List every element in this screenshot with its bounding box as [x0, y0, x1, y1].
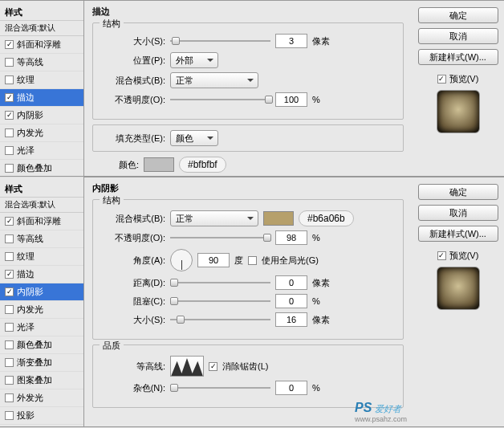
distance-input[interactable]: [275, 275, 307, 290]
style-checkbox[interactable]: [5, 305, 14, 314]
sidebar-item[interactable]: 等高线: [0, 230, 83, 248]
sidebar-item[interactable]: 颜色叠加: [0, 336, 83, 354]
preview-checkbox[interactable]: 预览(V): [437, 250, 479, 262]
blend-select[interactable]: 正常: [170, 210, 258, 226]
style-checkbox[interactable]: [5, 75, 14, 84]
angle-label: 角度(A):: [103, 255, 165, 267]
contour-picker[interactable]: [170, 356, 204, 377]
ok-button[interactable]: 确定: [418, 7, 498, 23]
sidebar-item[interactable]: 图案叠加: [0, 372, 83, 389]
blend-options[interactable]: 混合选项:默认: [0, 198, 83, 213]
position-select[interactable]: 外部: [170, 52, 218, 68]
blend-options[interactable]: 混合选项:默认: [0, 21, 83, 36]
style-checkbox[interactable]: [5, 270, 14, 279]
fill-type-select[interactable]: 颜色: [170, 130, 218, 146]
style-checkbox[interactable]: [5, 58, 14, 67]
cancel-button[interactable]: 取消: [418, 28, 498, 44]
global-light-label: 使用全局光(G): [262, 255, 319, 267]
style-checkbox[interactable]: [5, 376, 14, 385]
new-style-button[interactable]: 新建样式(W)...: [418, 49, 498, 65]
shadow-color-swatch[interactable]: [263, 211, 294, 226]
blend-select[interactable]: 正常: [170, 72, 258, 88]
size-label: 大小(S):: [103, 314, 165, 326]
style-checkbox[interactable]: [5, 111, 14, 120]
size-unit: 像素: [312, 35, 330, 47]
preview-thumb: [437, 267, 480, 310]
size-input[interactable]: [275, 312, 307, 327]
style-checkbox[interactable]: [5, 40, 14, 49]
distance-label: 距离(D):: [103, 277, 165, 289]
choke-slider[interactable]: [170, 296, 270, 306]
choke-input[interactable]: [275, 294, 307, 308]
cancel-button[interactable]: 取消: [418, 205, 498, 221]
sidebar-item-label: 图案叠加: [17, 374, 52, 386]
blend-label: 混合模式(B):: [103, 75, 165, 87]
sidebar-item[interactable]: 渐变叠加: [0, 354, 83, 372]
sidebar-item[interactable]: 内发光: [0, 301, 83, 319]
blend-label: 混合模式(B):: [103, 213, 165, 225]
sidebar-item[interactable]: 斜面和浮雕: [0, 213, 83, 230]
angle-dial[interactable]: [170, 249, 193, 271]
angle-input[interactable]: [197, 253, 230, 267]
quality-label: 品质: [100, 340, 124, 352]
sidebar-item-label: 等高线: [17, 56, 43, 68]
style-checkbox[interactable]: [5, 217, 14, 226]
sidebar-item[interactable]: 斜面和浮雕: [0, 36, 83, 54]
sidebar-head: 样式: [0, 5, 83, 21]
style-checkbox[interactable]: [5, 252, 14, 261]
style-checkbox[interactable]: [5, 340, 14, 349]
size-label: 大小(S):: [103, 35, 165, 47]
antialias-checkbox[interactable]: [209, 362, 217, 371]
new-style-button[interactable]: 新建样式(W)...: [418, 226, 498, 242]
sidebar-item[interactable]: 光泽: [0, 142, 83, 160]
opacity-input[interactable]: [275, 230, 307, 245]
sidebar-item-label: 投影: [17, 410, 35, 422]
sidebar-item[interactable]: 等高线: [0, 54, 83, 71]
size-slider[interactable]: [170, 36, 270, 46]
color-swatch[interactable]: [144, 157, 174, 172]
sidebar-item[interactable]: 纹理: [0, 71, 83, 89]
sidebar-item-label: 内发光: [17, 127, 43, 139]
size-slider[interactable]: [170, 315, 270, 324]
sidebar-item[interactable]: 光泽: [0, 319, 83, 336]
panel-title: 内阴影: [92, 181, 404, 198]
opacity-input[interactable]: [275, 92, 307, 107]
sidebar-item[interactable]: 外发光: [0, 389, 83, 407]
sidebar-item-label: 渐变叠加: [17, 357, 52, 369]
opacity-slider[interactable]: [170, 95, 270, 104]
sidebar-item[interactable]: 颜色叠加: [0, 160, 83, 177]
noise-label: 杂色(N):: [103, 382, 165, 394]
sidebar-item[interactable]: 内阴影: [0, 283, 83, 301]
sidebar-item-label: 内发光: [17, 304, 43, 316]
main-panel: 描边 结构 大小(S): 像素 位置(P): 外部 混合模式(B): 正常 不透…: [84, 1, 412, 176]
sidebar-item[interactable]: 投影: [0, 407, 83, 425]
size-input[interactable]: [275, 34, 307, 48]
preview-checkbox[interactable]: 预览(V): [437, 73, 479, 85]
opacity-unit: %: [312, 95, 320, 104]
style-checkbox[interactable]: [5, 234, 14, 243]
noise-slider[interactable]: [170, 383, 270, 393]
ok-button[interactable]: 确定: [418, 184, 498, 200]
noise-input[interactable]: [275, 381, 307, 395]
global-light-checkbox[interactable]: [248, 256, 257, 265]
sidebar-item-label: 等高线: [17, 233, 43, 245]
style-checkbox[interactable]: [5, 411, 14, 420]
sidebar-item[interactable]: 描边: [0, 89, 83, 107]
sidebar-item[interactable]: 内发光: [0, 124, 83, 142]
style-checkbox[interactable]: [5, 323, 14, 332]
sidebar-item[interactable]: 描边: [0, 266, 83, 283]
style-checkbox[interactable]: [5, 393, 14, 402]
style-checkbox[interactable]: [5, 146, 14, 155]
distance-slider[interactable]: [170, 278, 270, 287]
style-checkbox[interactable]: [5, 128, 14, 137]
style-checkbox[interactable]: [5, 93, 14, 102]
contour-label: 等高线:: [103, 361, 165, 373]
sidebar-item[interactable]: 内阴影: [0, 107, 83, 124]
opacity-slider[interactable]: [170, 233, 270, 243]
sidebar-item[interactable]: 纹理: [0, 248, 83, 266]
style-checkbox[interactable]: [5, 287, 14, 296]
style-checkbox[interactable]: [5, 164, 14, 173]
style-checkbox[interactable]: [5, 358, 14, 367]
right-column: 确定 取消 新建样式(W)... 预览(V): [412, 1, 504, 176]
shadow-color-hex: #b6a06b: [299, 210, 354, 226]
